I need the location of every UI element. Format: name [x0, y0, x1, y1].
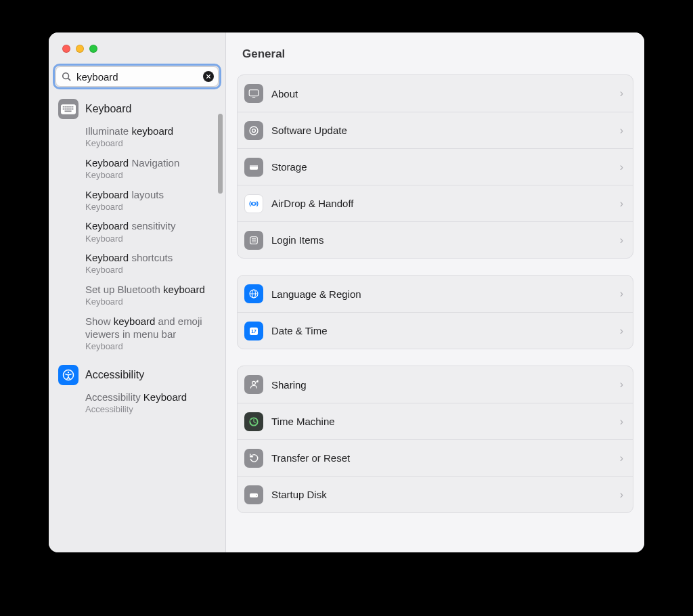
svg-point-24: [252, 129, 256, 132]
chevron-right-icon: ›: [620, 234, 626, 246]
svg-rect-8: [66, 106, 68, 107]
date-time-icon: 17: [244, 322, 263, 340]
search-result[interactable]: Accessibility Keyboard Accessibility: [51, 387, 223, 418]
svg-rect-6: [63, 106, 64, 107]
startup-disk-icon: [244, 485, 263, 504]
svg-rect-7: [65, 106, 66, 107]
chevron-right-icon: ›: [620, 452, 626, 464]
row-sharing[interactable]: Sharing ›: [238, 366, 633, 403]
about-icon: [244, 84, 263, 103]
sidebar: Keyboard Illuminate keyboard Keyboard Ke…: [49, 32, 226, 552]
sharing-icon: [244, 375, 263, 394]
page-title: General: [242, 47, 644, 61]
close-window-button[interactable]: [62, 45, 70, 53]
svg-rect-9: [68, 106, 70, 107]
svg-rect-15: [68, 108, 70, 110]
sidebar-results: Keyboard Illuminate keyboard Keyboard Ke…: [49, 91, 225, 552]
chevron-right-icon: ›: [620, 125, 626, 137]
row-date-time[interactable]: 17 Date & Time ›: [238, 312, 633, 349]
svg-point-41: [256, 495, 257, 496]
chevron-right-icon: ›: [620, 489, 626, 501]
main-panel: General About › Software Update ›: [226, 32, 644, 552]
search-result[interactable]: Keyboard shortcuts Keyboard: [51, 247, 223, 279]
row-about[interactable]: About ›: [238, 75, 633, 112]
row-airdrop-handoff[interactable]: AirDrop & Handoff ›: [238, 185, 633, 221]
svg-rect-17: [72, 108, 74, 110]
storage-icon: [244, 158, 263, 177]
sidebar-category-accessibility[interactable]: Accessibility: [51, 362, 223, 387]
row-transfer-reset[interactable]: Transfer or Reset ›: [238, 439, 633, 476]
svg-point-23: [250, 127, 258, 135]
svg-rect-13: [65, 108, 66, 110]
chevron-right-icon: ›: [620, 325, 626, 337]
svg-point-27: [252, 202, 256, 205]
svg-rect-18: [65, 110, 72, 112]
time-machine-icon: [244, 412, 263, 431]
sidebar-category-label: Keyboard: [85, 103, 132, 115]
svg-point-38: [252, 381, 256, 384]
row-software-update[interactable]: Software Update ›: [238, 112, 633, 148]
chevron-right-icon: ›: [620, 87, 626, 100]
search-wrap: [55, 66, 219, 87]
row-storage[interactable]: Storage ›: [238, 148, 633, 185]
zoom-window-button[interactable]: [89, 45, 97, 53]
chevron-right-icon: ›: [620, 198, 626, 210]
settings-group: Sharing › Time Machine › Transfer or Res…: [237, 366, 633, 513]
globe-icon: [244, 284, 263, 303]
svg-rect-22: [252, 97, 256, 97]
row-login-items[interactable]: Login Items ›: [238, 221, 633, 258]
search-result[interactable]: Show keyboard and emoji viewers in menu …: [51, 311, 223, 355]
settings-window: Keyboard Illuminate keyboard Keyboard Ke…: [49, 32, 644, 552]
svg-text:17: 17: [251, 329, 256, 334]
svg-rect-10: [70, 106, 72, 107]
svg-rect-14: [66, 108, 68, 110]
svg-point-20: [68, 372, 69, 373]
chevron-right-icon: ›: [620, 416, 626, 428]
svg-rect-26: [250, 165, 258, 167]
search-result[interactable]: Keyboard Navigation Keyboard: [51, 152, 223, 184]
main-header: General: [226, 32, 644, 70]
search-result[interactable]: Keyboard sensitivity Keyboard: [51, 215, 223, 247]
chevron-right-icon: ›: [620, 378, 626, 391]
row-language-region[interactable]: Language & Region ›: [238, 276, 633, 312]
airdrop-icon: [244, 194, 263, 213]
sidebar-category-label: Accessibility: [85, 369, 144, 381]
chevron-right-icon: ›: [620, 161, 626, 173]
search-icon: [62, 72, 71, 81]
window-controls: [49, 32, 225, 57]
keyboard-icon: [58, 99, 79, 119]
svg-rect-16: [70, 108, 72, 110]
chevron-right-icon: ›: [620, 288, 626, 300]
software-update-icon: [244, 121, 263, 140]
search-result[interactable]: Set up Bluetooth keyboard Keyboard: [51, 279, 223, 311]
svg-point-0: [63, 73, 69, 79]
login-items-icon: [244, 231, 263, 250]
sidebar-scrollbar[interactable]: [218, 114, 223, 194]
settings-group: About › Software Update › Storage ›: [237, 74, 633, 259]
search-result[interactable]: Keyboard layouts Keyboard: [51, 184, 223, 216]
minimize-window-button[interactable]: [76, 45, 84, 53]
svg-rect-11: [72, 106, 74, 107]
svg-rect-12: [63, 108, 64, 110]
settings-group: Language & Region › 17 Date & Time ›: [237, 275, 633, 349]
search-result[interactable]: Illuminate keyboard Keyboard: [51, 120, 223, 152]
transfer-reset-icon: [244, 449, 263, 468]
accessibility-icon: [58, 365, 79, 385]
svg-line-1: [68, 79, 71, 81]
search-input[interactable]: [55, 66, 219, 87]
sidebar-category-keyboard[interactable]: Keyboard: [51, 96, 223, 120]
row-time-machine[interactable]: Time Machine ›: [238, 403, 633, 439]
clear-search-icon[interactable]: [203, 71, 214, 82]
row-startup-disk[interactable]: Startup Disk ›: [238, 476, 633, 512]
svg-rect-21: [249, 90, 259, 96]
